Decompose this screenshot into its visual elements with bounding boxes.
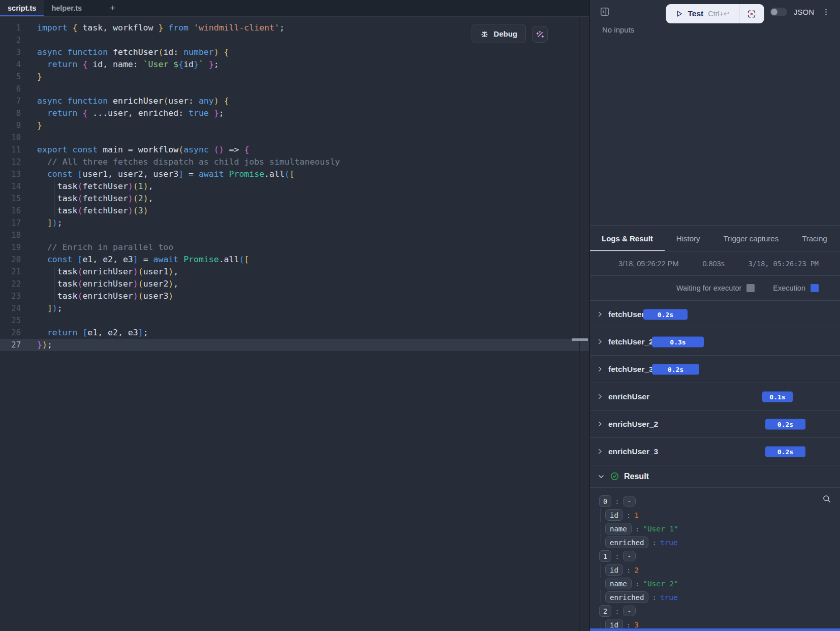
json-colon: : (627, 566, 631, 574)
json-key-badge: id (605, 509, 623, 521)
json-colon: : (627, 511, 631, 519)
line-number: 25 (0, 316, 21, 325)
tab-label: History (676, 234, 700, 243)
json-toggle[interactable] (770, 8, 787, 16)
logs-section: Logs & Result History Trigger captures T… (590, 225, 840, 631)
timeline-row-fetchUser_3[interactable]: fetchUser_30.2s (590, 356, 840, 383)
json-value: "User 2" (643, 580, 678, 588)
chevron-right-icon[interactable] (596, 448, 604, 455)
line-number: 18 (0, 231, 21, 240)
code-line: 21 task(enrichUser)(user1), (0, 266, 589, 278)
line-number: 7 (0, 97, 21, 106)
json-value: 1 (634, 511, 639, 519)
line-number: 1 (0, 23, 21, 33)
tab-helper-ts[interactable]: helper.ts (44, 0, 89, 16)
legend-execution-swatch (811, 284, 819, 292)
collapse-toggle[interactable]: - (623, 496, 636, 507)
result-header[interactable]: Result (590, 465, 840, 488)
json-key-badge: 0 (599, 495, 611, 507)
tab-history[interactable]: History (665, 226, 712, 251)
toolbar-right-cluster: JSON (770, 6, 831, 17)
code-line: 19 // Enrich in parallel too (0, 241, 589, 254)
json-field-row: enriched:true (599, 535, 840, 549)
timeline-row-enrichUser_3[interactable]: enrichUser_30.2s (590, 438, 840, 465)
test-shortcut: Ctrl+↵ (708, 10, 730, 18)
editor-scrollbar[interactable] (579, 17, 589, 631)
line-number: 13 (0, 170, 21, 179)
code-line: 14 task(fetchUser)(1), (0, 180, 589, 193)
magic-wand-icon (536, 30, 545, 39)
json-value: 2 (634, 566, 639, 574)
more-options-menu[interactable] (821, 6, 831, 17)
line-number: 15 (0, 194, 21, 203)
timeline-row-enrichUser[interactable]: enrichUser0.1s (590, 383, 840, 411)
json-key-badge: enriched (605, 537, 648, 548)
job-timeline: fetchUser0.2sfetchUser_20.3sfetchUser_30… (590, 301, 840, 465)
tab-logs-result[interactable]: Logs & Result (590, 226, 665, 251)
code-line: 11export const main = workflow(async () … (0, 144, 589, 156)
line-number: 27 (0, 340, 21, 350)
run-panel-top: Test Ctrl+↵ (590, 0, 840, 225)
duration-badge: 0.2s (652, 364, 699, 374)
code-line: 27}); (0, 339, 589, 351)
json-colon: : (615, 552, 619, 560)
tab-trigger-captures[interactable]: Trigger captures (712, 226, 791, 251)
start-time: 3/18, 05:26:22 PM (618, 260, 679, 268)
no-inputs-text: No inputs (602, 25, 840, 34)
result-title: Result (624, 472, 649, 481)
tab-label: helper.ts (51, 4, 82, 12)
json-key-badge: enriched (605, 591, 648, 603)
timeline-row-fetchUser_2[interactable]: fetchUser_20.3s (590, 328, 840, 356)
tab-tracing[interactable]: Tracing (790, 226, 838, 251)
line-number: 4 (0, 60, 21, 69)
json-key-badge: 1 (599, 550, 611, 562)
search-result-icon[interactable] (822, 494, 832, 506)
tab-label: Logs & Result (602, 234, 653, 243)
chevron-right-icon[interactable] (596, 338, 604, 345)
line-number: 2 (0, 36, 21, 45)
json-key-badge: id (605, 619, 623, 628)
tab-script-ts[interactable]: script.ts (0, 0, 44, 16)
toggle-knob (771, 9, 777, 15)
legend-execution-label: Execution (773, 284, 805, 292)
capture-test-button[interactable] (739, 4, 764, 23)
line-number: 14 (0, 182, 21, 191)
code-line: 26 return [e1, e2, e3]; (0, 327, 589, 339)
json-colon: : (615, 497, 619, 506)
run-toolbar: Test Ctrl+↵ (590, 0, 840, 23)
new-tab-button[interactable]: + (105, 0, 120, 16)
debug-button[interactable]: Debug (472, 24, 526, 43)
collapse-toggle[interactable]: - (623, 606, 636, 616)
code-line: 3async function fetchUser(id: number) { (0, 46, 589, 58)
timeline-row-enrichUser_2[interactable]: enrichUser_20.2s (590, 411, 840, 438)
job-name: fetchUser_3 (608, 365, 654, 374)
chevron-right-icon[interactable] (596, 420, 604, 428)
json-field-row: name:"User 1" (599, 522, 840, 535)
json-value: "User 1" (643, 525, 678, 533)
collapse-toggle[interactable]: - (623, 551, 636, 561)
legend-waiting-label: Waiting for executor (676, 284, 741, 292)
chevron-right-icon[interactable] (596, 310, 604, 318)
code-editor[interactable]: 1import { task, workflow } from 'windmil… (0, 17, 589, 631)
json-key-badge: name (605, 523, 632, 534)
line-number: 8 (0, 109, 21, 118)
test-button[interactable]: Test Ctrl+↵ (666, 4, 739, 23)
chevron-down-icon (597, 472, 605, 481)
legend-waiting-swatch (746, 284, 755, 292)
code-line: 4 return { id, name: `User ${id}` }; (0, 58, 589, 71)
chevron-right-icon[interactable] (596, 365, 604, 373)
collapse-panel-icon[interactable] (599, 6, 610, 17)
json-key-badge: name (605, 578, 632, 589)
line-number: 11 (0, 145, 21, 154)
json-field-row: name:"User 2" (599, 577, 840, 590)
timeline-row-fetchUser[interactable]: fetchUser0.2s (590, 301, 840, 328)
code-line: 23 task(enrichUser)(user3) (0, 290, 589, 302)
json-key-badge: id (605, 564, 623, 576)
chevron-right-icon[interactable] (596, 393, 604, 400)
result-rows: 0:-id:1name:"User 1"enriched:true1:-id:2… (599, 494, 840, 628)
duration-badge: 0.3s (652, 336, 704, 347)
code-line: 12 // All three fetches dispatch as chil… (0, 156, 589, 168)
code-line: 13 const [user1, user2, user3] = await P… (0, 168, 589, 180)
line-number: 20 (0, 255, 21, 264)
ai-assistant-button[interactable] (532, 26, 548, 43)
